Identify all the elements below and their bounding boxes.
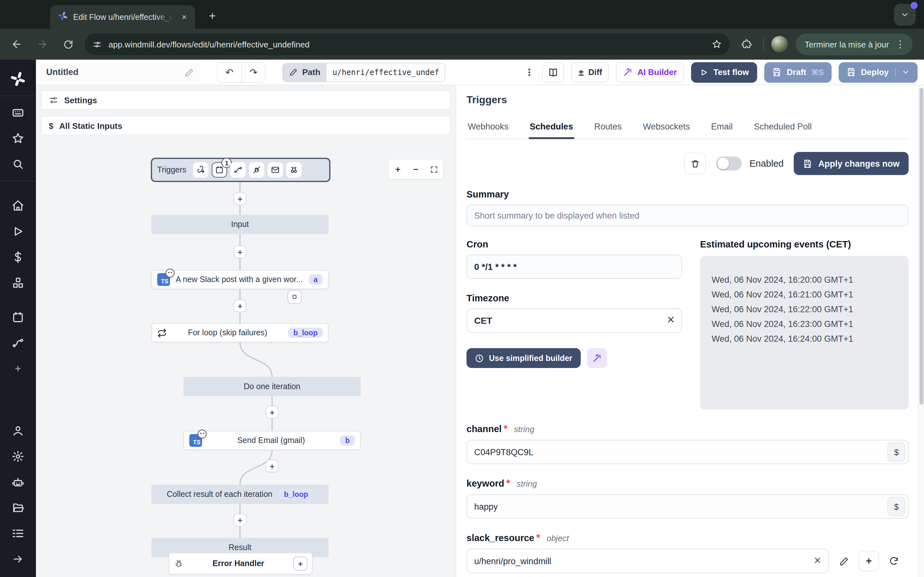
ai-cron-button[interactable] xyxy=(587,348,607,368)
undo-button[interactable]: ↶ xyxy=(218,63,241,82)
tab-schedules[interactable]: Schedules xyxy=(528,122,574,139)
back-icon[interactable] xyxy=(8,35,26,53)
enabled-toggle[interactable] xyxy=(716,156,742,171)
panel-scrollbar[interactable] xyxy=(918,85,924,577)
fit-view-button[interactable] xyxy=(425,160,443,179)
sidebar-item-logs[interactable] xyxy=(6,522,29,545)
sidebar-item-runs[interactable] xyxy=(6,220,29,243)
sidebar-item-workers[interactable] xyxy=(6,471,29,494)
tab-scheduled-poll[interactable]: Scheduled Poll xyxy=(753,122,813,139)
sidebar-item-settings[interactable] xyxy=(6,445,29,468)
webhook-trigger-icon[interactable] xyxy=(194,162,209,177)
sidebar-item-folders[interactable] xyxy=(6,496,29,519)
triggers-node-label: Triggers xyxy=(157,165,186,174)
draft-button[interactable]: Draft ⌘S xyxy=(764,62,831,82)
browser-tab[interactable]: Edit Flow u/henri/effective_un × xyxy=(50,5,195,29)
scrollbar-thumb[interactable] xyxy=(919,88,923,405)
browser-menu-kebab-icon[interactable]: ⋮ xyxy=(895,39,906,50)
tab-search-button[interactable] xyxy=(894,4,916,26)
delete-schedule-button[interactable] xyxy=(684,153,706,174)
refresh-resource-icon[interactable] xyxy=(885,552,903,570)
flow-name-field[interactable]: Untitled xyxy=(40,63,200,82)
add-step-button[interactable]: + xyxy=(234,192,246,205)
sidebar-item-schedules[interactable] xyxy=(6,306,29,329)
collect-result-node[interactable]: Collect result of each iteration b_loop xyxy=(152,485,328,504)
toolbar-kebab-icon[interactable]: ⋮ xyxy=(523,66,535,78)
slack-step-node[interactable]: TS A new Slack post with a given wor... … xyxy=(152,270,328,289)
flow-canvas[interactable]: Settings $ All Static Inputs xyxy=(36,85,456,577)
add-error-handler-button[interactable]: + xyxy=(293,556,307,571)
bookmark-star-icon[interactable] xyxy=(712,39,722,49)
redo-button[interactable]: ↷ xyxy=(241,63,265,82)
scheduled-poll-trigger-icon[interactable] xyxy=(286,162,302,177)
sidebar-item-workspace[interactable] xyxy=(6,101,29,124)
summary-input[interactable] xyxy=(467,205,909,226)
trigger-tabs: Webhooks Schedules Routes Websockets Ema… xyxy=(467,122,909,139)
add-resource-button[interactable]: + xyxy=(859,551,879,571)
zoom-in-button[interactable]: + xyxy=(389,160,407,179)
channel-field-type: string xyxy=(514,424,535,434)
websocket-trigger-icon[interactable] xyxy=(249,162,265,177)
slack-resource-input[interactable] xyxy=(467,549,829,573)
site-info-icon[interactable] xyxy=(92,39,102,49)
triggers-node[interactable]: Triggers 1 xyxy=(151,158,330,182)
do-one-iteration-node[interactable]: Do one iteration xyxy=(184,377,360,396)
sidebar-item-user[interactable] xyxy=(6,419,29,442)
clear-timezone-icon[interactable] xyxy=(666,315,676,324)
windmill-logo[interactable] xyxy=(6,67,29,90)
apply-changes-button[interactable]: Apply changes now xyxy=(794,152,909,175)
simplified-builder-button[interactable]: Use simplified builder xyxy=(467,348,581,368)
diff-button[interactable]: ± Diff xyxy=(572,62,609,82)
error-handler-node[interactable]: Error Handler + xyxy=(169,553,312,574)
profile-avatar[interactable] xyxy=(771,36,788,53)
add-step-button[interactable]: + xyxy=(234,245,246,258)
sidebar-item-flows[interactable] xyxy=(6,332,29,355)
deploy-button[interactable]: Deploy xyxy=(838,62,918,82)
tab-close-icon[interactable]: × xyxy=(178,11,190,23)
sidebar-expand-arrow-icon[interactable] xyxy=(6,548,29,571)
new-tab-button[interactable]: + xyxy=(204,8,221,24)
keyword-input[interactable] xyxy=(467,494,909,519)
tab-websockets[interactable]: Websockets xyxy=(642,122,691,139)
add-step-button[interactable]: + xyxy=(266,406,278,419)
cron-input[interactable] xyxy=(467,255,682,279)
sidebar-item-resources[interactable] xyxy=(6,271,29,294)
timezone-input[interactable] xyxy=(467,308,682,333)
insert-variable-button[interactable]: $ xyxy=(887,497,905,516)
sidebar-item-favorites[interactable] xyxy=(6,127,29,150)
edit-name-pencil-icon[interactable] xyxy=(185,68,194,77)
zoom-out-button[interactable]: − xyxy=(407,160,425,179)
url-bar[interactable]: app.windmill.dev/flows/edit/u/henri/effe… xyxy=(85,33,730,55)
ai-builder-button[interactable]: AI Builder xyxy=(616,62,684,82)
route-trigger-icon[interactable] xyxy=(231,162,246,177)
browser-update-button[interactable]: Terminer la mise à jour ⋮ xyxy=(796,33,912,55)
tab-webhooks[interactable]: Webhooks xyxy=(467,122,510,139)
extensions-icon[interactable] xyxy=(737,35,755,53)
tab-email[interactable]: Email xyxy=(710,122,734,139)
sidebar-item-variables[interactable] xyxy=(6,245,29,269)
edit-resource-pencil-icon[interactable] xyxy=(835,552,853,570)
add-step-button[interactable]: + xyxy=(234,514,246,526)
add-step-button[interactable]: + xyxy=(234,300,246,312)
schedule-trigger-icon[interactable]: 1 xyxy=(212,162,228,177)
channel-input[interactable] xyxy=(467,440,909,464)
clear-resource-icon[interactable] xyxy=(813,556,822,565)
add-step-button[interactable]: + xyxy=(266,460,278,472)
path-chip[interactable]: Path u/henri/effective_undef xyxy=(282,63,446,82)
sidebar-item-home[interactable] xyxy=(6,194,29,218)
input-node[interactable]: Input xyxy=(152,215,328,234)
send-email-node[interactable]: TS Send Email (gmail) b xyxy=(184,431,360,450)
test-flow-button[interactable]: Test flow xyxy=(691,62,758,82)
tab-routes[interactable]: Routes xyxy=(593,122,623,139)
sidebar-item-add[interactable]: + xyxy=(6,357,29,380)
forward-icon[interactable] xyxy=(33,35,51,53)
sidebar-item-search[interactable] xyxy=(6,153,29,176)
insert-variable-button[interactable]: $ xyxy=(887,442,905,462)
reload-icon[interactable] xyxy=(59,35,77,53)
path-value[interactable]: u/henri/effective_undef xyxy=(326,63,445,81)
deploy-dropdown-chevron-icon[interactable] xyxy=(895,68,910,76)
email-trigger-icon[interactable] xyxy=(268,162,283,177)
forloop-node[interactable]: For loop (skip failures) b_loop xyxy=(152,323,328,342)
docs-button[interactable] xyxy=(543,62,564,82)
run-until-step-button[interactable] xyxy=(288,290,302,304)
